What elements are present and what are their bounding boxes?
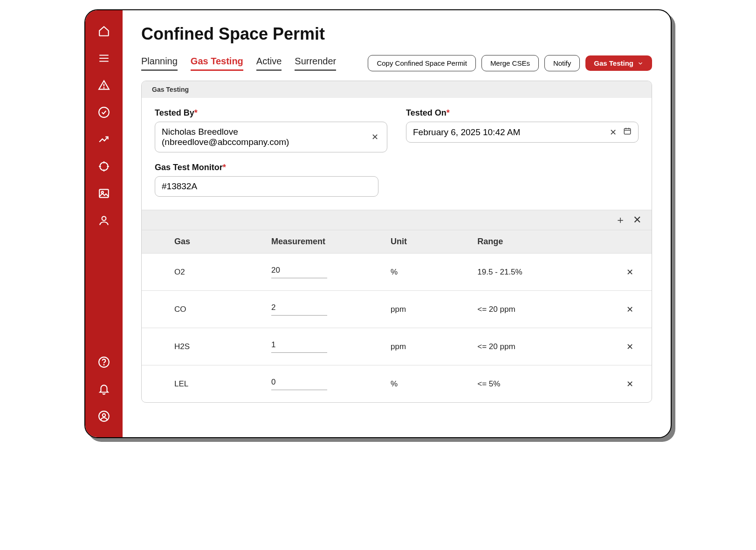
tabs: Planning Gas Testing Active Surrender: [141, 56, 362, 71]
svg-point-15: [103, 364, 104, 365]
tested-on-input[interactable]: February 6, 2025 10:42 AM ✕: [406, 122, 639, 143]
gas-testing-dropdown-button[interactable]: Gas Testing: [585, 55, 652, 71]
svg-point-4: [103, 88, 104, 88]
cell-measurement[interactable]: 20: [261, 254, 380, 291]
gas-testing-panel: Gas Testing Tested By* Nicholas Breedlov…: [141, 81, 652, 403]
table-row: LEL0%<= 5%✕: [142, 365, 652, 403]
page-title: Confined Space Permit: [141, 24, 652, 44]
calendar-icon[interactable]: [623, 127, 632, 138]
clear-tested-on-icon[interactable]: ✕: [608, 127, 619, 138]
delete-row-icon[interactable]: ✕: [626, 342, 633, 351]
check-circle-icon[interactable]: [97, 105, 111, 119]
gas-monitor-value: #13832A: [162, 181, 371, 192]
delete-row-icon[interactable]: ✕: [626, 379, 633, 389]
svg-point-6: [100, 162, 108, 170]
svg-rect-18: [624, 129, 631, 134]
svg-rect-11: [99, 189, 109, 197]
svg-point-17: [103, 414, 106, 417]
gas-monitor-label: Gas Test Monitor*: [155, 163, 378, 172]
th-range: Range: [467, 230, 608, 254]
cell-unit: %: [380, 365, 467, 403]
cell-measurement[interactable]: 2: [261, 291, 380, 328]
cell-measurement[interactable]: 1: [261, 328, 380, 365]
main-content: Confined Space Permit Planning Gas Testi…: [123, 10, 671, 437]
field-tested-by: Tested By* Nicholas Breedlove (nbreedlov…: [155, 108, 387, 152]
cell-gas: CO: [142, 291, 261, 328]
cell-unit: %: [380, 254, 467, 291]
tested-by-input[interactable]: Nicholas Breedlove (nbreedlove@abccompan…: [155, 122, 387, 152]
field-gas-monitor: Gas Test Monitor* #13832A: [155, 163, 378, 197]
remove-row-icon[interactable]: ✕: [633, 215, 641, 225]
cell-unit: ppm: [380, 291, 467, 328]
image-icon[interactable]: [97, 186, 111, 200]
tested-on-label: Tested On*: [406, 108, 639, 118]
cell-gas: O2: [142, 254, 261, 291]
bell-icon[interactable]: [97, 382, 111, 396]
app-frame: Confined Space Permit Planning Gas Testi…: [84, 9, 672, 438]
tested-by-value: Nicholas Breedlove (nbreedlove@abccompan…: [162, 127, 365, 147]
th-unit: Unit: [380, 230, 467, 254]
target-icon[interactable]: [97, 159, 111, 173]
user-icon[interactable]: [97, 213, 111, 227]
th-measurement: Measurement: [261, 230, 380, 254]
tab-active[interactable]: Active: [256, 56, 282, 71]
gas-testing-dropdown-label: Gas Testing: [594, 59, 633, 67]
menu-icon[interactable]: [97, 51, 111, 65]
cell-gas: H2S: [142, 328, 261, 365]
panel-body: Tested By* Nicholas Breedlove (nbreedlov…: [142, 98, 652, 210]
cell-range: <= 5%: [467, 365, 608, 403]
alert-icon[interactable]: [97, 78, 111, 92]
table-row: O220%19.5 - 21.5%✕: [142, 254, 652, 291]
clear-tested-by-icon[interactable]: ✕: [370, 132, 380, 142]
table-row: H2S1ppm<= 20 ppm✕: [142, 328, 652, 365]
tab-surrender[interactable]: Surrender: [295, 56, 336, 71]
notify-button[interactable]: Notify: [544, 55, 580, 71]
chevron-down-icon: [637, 60, 644, 67]
help-icon[interactable]: [97, 355, 111, 369]
cell-unit: ppm: [380, 328, 467, 365]
gas-table: Gas Measurement Unit Range O220%19.5 - 2…: [142, 230, 652, 402]
action-buttons: Copy Confined Space Permit Merge CSEs No…: [368, 55, 652, 71]
delete-row-icon[interactable]: ✕: [626, 305, 633, 314]
delete-row-icon[interactable]: ✕: [626, 268, 633, 277]
trend-icon[interactable]: [97, 132, 111, 146]
cell-range: 19.5 - 21.5%: [467, 254, 608, 291]
copy-permit-button[interactable]: Copy Confined Space Permit: [368, 55, 475, 71]
panel-header: Gas Testing: [142, 81, 652, 98]
tab-planning[interactable]: Planning: [141, 56, 178, 71]
home-icon[interactable]: [97, 24, 111, 38]
account-icon[interactable]: [97, 409, 111, 423]
th-actions: [608, 230, 652, 254]
tested-by-label: Tested By*: [155, 108, 387, 118]
tab-gas-testing[interactable]: Gas Testing: [191, 56, 243, 71]
table-toolbar: ＋ ✕: [142, 210, 652, 230]
sidebar: [85, 10, 123, 437]
cell-measurement[interactable]: 0: [261, 365, 380, 403]
cell-range: <= 20 ppm: [467, 328, 608, 365]
cell-gas: LEL: [142, 365, 261, 403]
merge-cses-button[interactable]: Merge CSEs: [481, 55, 539, 71]
add-row-icon[interactable]: ＋: [615, 215, 625, 225]
svg-point-5: [99, 107, 109, 117]
tested-on-value: February 6, 2025 10:42 AM: [413, 127, 603, 138]
gas-monitor-input[interactable]: #13832A: [155, 176, 378, 197]
header-row: Planning Gas Testing Active Surrender Co…: [141, 55, 652, 71]
table-row: CO2ppm<= 20 ppm✕: [142, 291, 652, 328]
svg-point-13: [102, 216, 106, 220]
th-gas: Gas: [142, 230, 261, 254]
cell-range: <= 20 ppm: [467, 291, 608, 328]
field-tested-on: Tested On* February 6, 2025 10:42 AM ✕: [406, 108, 639, 152]
